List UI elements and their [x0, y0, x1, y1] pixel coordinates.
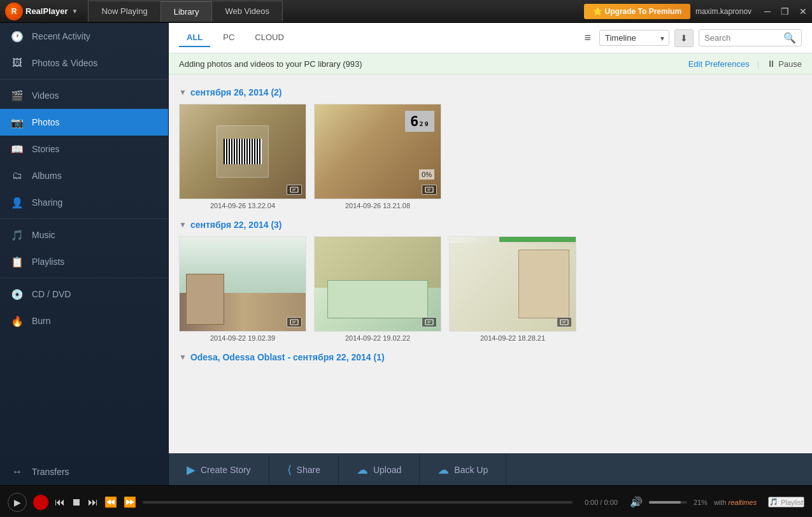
close-button[interactable]: ✕: [794, 4, 812, 19]
prev-button[interactable]: ⏮: [55, 497, 65, 508]
sidebar-item-cd-dvd[interactable]: 💿 CD / DVD: [0, 281, 168, 308]
create-story-icon: ▶: [187, 463, 196, 477]
sidebar-item-transfers[interactable]: ↔ Transfers: [0, 458, 168, 485]
photo-grid-sep22: 2014-09-22 19.02.39 2014-09-22 19.02.22: [179, 236, 802, 342]
app-dropdown-arrow[interactable]: ▼: [72, 8, 78, 15]
fast-forward-button[interactable]: ⏩: [124, 496, 136, 508]
time-display: 0:00 / 0:00: [579, 499, 623, 506]
import-banner: Adding photos and videos to your PC libr…: [169, 53, 812, 74]
section-title-sep22: сентября 22, 2014 (3): [190, 220, 282, 230]
sidebar-item-playlists[interactable]: 📋 Playlists: [0, 248, 168, 275]
create-story-button[interactable]: ▶ Create Story: [169, 454, 269, 485]
sidebar-item-music[interactable]: 🎵 Music: [0, 222, 168, 248]
photo-type-icon-p5: [557, 317, 572, 327]
photo-type-icon-p2: [422, 185, 437, 195]
sidebar-item-recent-activity[interactable]: 🕐 Recent Activity: [0, 23, 168, 50]
download-button[interactable]: ⬇: [674, 29, 694, 47]
photo-area[interactable]: ▼ сентября 26, 2014 (2): [169, 74, 812, 453]
sidebar-divider-1: [0, 79, 168, 80]
photo-type-icon-p3: [287, 317, 302, 327]
maximize-button[interactable]: ❒: [776, 4, 794, 19]
content-header: ALL PC CLOUD ≡ Timeline ▼ ⬇ 🔍: [169, 23, 812, 53]
photo-label-p5: 2014-09-22 18.28.21: [480, 334, 545, 342]
albums-icon: 🗂: [10, 169, 24, 183]
sidebar-item-albums[interactable]: 🗂 Albums: [0, 162, 168, 189]
photo-item-p1[interactable]: 2014-09-26 13.22.04: [179, 104, 306, 209]
tab-web-videos[interactable]: Web Videos: [212, 1, 283, 22]
sidebar-label-recent-activity: Recent Activity: [32, 31, 90, 41]
view-tab-all[interactable]: ALL: [179, 29, 210, 47]
section-sep26[interactable]: ▼ сентября 26, 2014 (2): [179, 87, 802, 97]
svg-rect-2: [290, 320, 298, 325]
photos-videos-icon: 🖼: [10, 56, 24, 70]
photo-thumb-p2[interactable]: 6₂₉ 0%: [314, 104, 441, 199]
pause-button[interactable]: ⏸ Pause: [767, 59, 802, 69]
search-icon[interactable]: 🔍: [783, 32, 796, 44]
sidebar-item-burn[interactable]: 🔥 Burn: [0, 308, 168, 334]
view-tab-pc[interactable]: PC: [215, 29, 242, 47]
app-name: RealPlayer: [25, 6, 68, 16]
sidebar-label-albums: Albums: [32, 171, 62, 181]
backup-button[interactable]: ☁ Back Up: [420, 454, 506, 485]
photo-thumb-p5[interactable]: [449, 236, 576, 332]
stories-icon: 📖: [10, 142, 24, 156]
section-odessa[interactable]: ▼ Odesa, Odessa Oblast - сентября 22, 20…: [179, 352, 802, 362]
section-title-sep26: сентября 26, 2014 (2): [190, 87, 282, 97]
edit-preferences-link[interactable]: Edit Preferences: [688, 59, 750, 69]
sidebar-item-stories[interactable]: 📖 Stories: [0, 136, 168, 162]
realtimes-logo: with realtimes: [714, 499, 757, 506]
playlists-icon: 📋: [10, 255, 24, 269]
volume-track[interactable]: [649, 501, 687, 504]
username-display: maxim.kapronov: [695, 7, 751, 16]
sidebar-item-sharing[interactable]: 👤 Sharing: [0, 189, 168, 216]
logo-area: R RealPlayer ▼: [0, 3, 83, 20]
sidebar-label-videos: Videos: [32, 90, 59, 101]
photos-icon: 📷: [10, 115, 24, 129]
minimize-button[interactable]: ─: [759, 4, 776, 19]
collapse-arrow-sep26: ▼: [179, 88, 187, 97]
create-story-label: Create Story: [201, 465, 251, 475]
sidebar-item-videos[interactable]: 🎬 Videos: [0, 82, 168, 109]
section-title-odessa: Odesa, Odessa Oblast - сентября 22, 2014…: [190, 352, 385, 362]
svg-rect-3: [425, 320, 433, 325]
play-button[interactable]: ▶: [8, 493, 27, 512]
volume-fill: [649, 501, 681, 504]
record-button[interactable]: [33, 495, 48, 510]
upload-icon: ☁: [357, 463, 368, 477]
grid-menu-button[interactable]: ≡: [581, 28, 594, 48]
photo-item-p3[interactable]: 2014-09-22 19.02.39: [179, 236, 306, 342]
tab-now-playing[interactable]: Now Playing: [88, 1, 160, 22]
view-tab-cloud[interactable]: CLOUD: [247, 29, 292, 47]
app-logo: R: [5, 3, 23, 20]
sidebar-item-photos-videos[interactable]: 🖼 Photos & Videos: [0, 50, 168, 76]
rewind-button[interactable]: ⏪: [104, 496, 117, 508]
recent-activity-icon: 🕐: [10, 29, 24, 43]
progress-track[interactable]: [143, 501, 573, 504]
burn-icon: 🔥: [10, 314, 24, 328]
photo-item-p4[interactable]: 2014-09-22 19.02.22: [314, 236, 441, 342]
photo-item-p5[interactable]: 2014-09-22 18.28.21: [449, 236, 576, 342]
tab-library[interactable]: Library: [161, 1, 213, 22]
timeline-select[interactable]: Timeline: [599, 30, 669, 46]
stop-button[interactable]: ⏹: [71, 497, 82, 508]
photo-thumb-p1[interactable]: [179, 104, 306, 199]
upgrade-premium-button[interactable]: ⭐ Upgrade To Premium: [584, 4, 690, 19]
upload-button[interactable]: ☁ Upload: [339, 454, 420, 485]
sidebar-item-photos[interactable]: 📷 Photos: [0, 109, 168, 136]
search-input[interactable]: [704, 33, 781, 43]
photo-thumb-p4[interactable]: [314, 236, 441, 332]
sidebar-label-playlists: Playlists: [32, 257, 64, 267]
volume-icon[interactable]: 🔊: [630, 496, 643, 508]
music-icon: 🎵: [10, 228, 24, 242]
photo-item-p2[interactable]: 6₂₉ 0% 2014-09-26 13.21.08: [314, 104, 441, 209]
next-button[interactable]: ⏭: [88, 497, 98, 508]
section-sep22[interactable]: ▼ сентября 22, 2014 (3): [179, 220, 802, 230]
photo-thumb-p3[interactable]: [179, 236, 306, 332]
photo-label-p4: 2014-09-22 19.02.22: [345, 334, 410, 342]
sidebar-label-transfers: Transfers: [32, 467, 69, 477]
playlist-button[interactable]: 🎵 Playlist: [768, 497, 804, 507]
share-button[interactable]: ⟨ Share: [269, 454, 339, 485]
photo-label-p3: 2014-09-22 19.02.39: [210, 334, 275, 342]
banner-separator: |: [757, 59, 759, 69]
backup-label: Back Up: [454, 465, 488, 475]
